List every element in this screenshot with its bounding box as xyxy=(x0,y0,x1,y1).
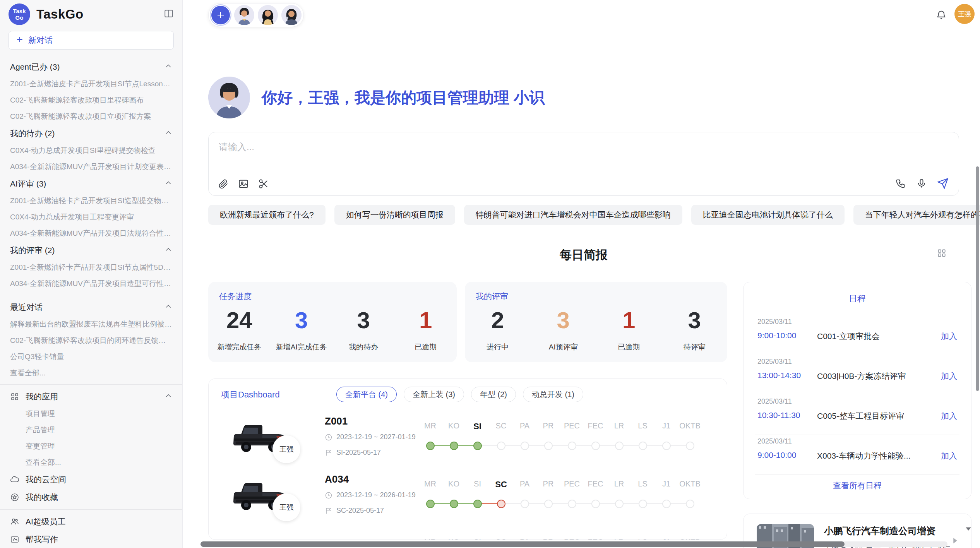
event-join-link[interactable]: 加入 xyxy=(941,411,957,421)
suggestion-chip[interactable]: 如何写一份清晰的项目周报 xyxy=(334,205,455,225)
sidebar-task-item[interactable]: Z001-全新燃油轻卡产品开发项目SI造型提交物评审 xyxy=(0,193,182,209)
milestone-node[interactable]: LS xyxy=(631,480,654,517)
milestone-node[interactable]: PA xyxy=(513,480,536,517)
sidebar-link[interactable]: 我的收藏 xyxy=(0,488,182,506)
view-all-schedule-link[interactable]: 查看所有日程 xyxy=(744,480,971,491)
chevron-up-icon[interactable] xyxy=(164,129,172,139)
milestone-node[interactable]: PEC xyxy=(560,480,584,517)
recent-chat-item[interactable]: C02-飞腾新能源轻客改款项目的闭环通告反馈情况 xyxy=(0,332,182,349)
milestone-node[interactable]: PR xyxy=(536,421,560,459)
milestone-dot[interactable] xyxy=(615,442,624,450)
attachment-icon[interactable] xyxy=(218,178,229,189)
milestone-node[interactable]: KO xyxy=(442,480,466,517)
dashboard-filter-pill[interactable]: 全新平台 (4) xyxy=(336,387,397,402)
agent-avatar-3[interactable] xyxy=(281,5,302,25)
milestone-node[interactable]: SC xyxy=(489,538,513,540)
milestone-node[interactable]: SI xyxy=(466,421,489,459)
milestone-node[interactable]: PR xyxy=(536,480,560,517)
milestone-dot[interactable] xyxy=(686,500,694,508)
milestone-dot[interactable] xyxy=(521,500,529,508)
project-row[interactable]: 王强A0342023-12-19 ~ 2026-01-19SC-2025-05-… xyxy=(209,469,727,527)
milestone-dot[interactable] xyxy=(426,500,435,508)
project-row[interactable]: MRKOSISCPAPRPECFECLRLSJ1OKTB xyxy=(209,527,727,540)
image-icon[interactable] xyxy=(238,178,249,189)
sidebar-task-item[interactable]: A034-全新新能源MUV产品开发项目造型可行性评审 xyxy=(0,276,182,292)
milestone-dot[interactable] xyxy=(497,500,505,508)
user-avatar[interactable]: 王强 xyxy=(954,4,975,24)
sidebar-task-item[interactable]: Z001-全新燃油皮卡产品开发项目SI节点Lesson Learn报告 xyxy=(0,76,182,92)
milestone-dot[interactable] xyxy=(568,442,576,450)
milestone-dot[interactable] xyxy=(568,500,576,508)
milestone-node[interactable]: KO xyxy=(442,421,466,459)
recent-view-all-link[interactable]: 查看全部... xyxy=(0,365,182,381)
milestone-node[interactable]: LR xyxy=(607,421,631,459)
milestone-node[interactable]: SC xyxy=(489,421,513,459)
horizontal-scrollbar-thumb[interactable] xyxy=(200,541,845,547)
milestone-dot[interactable] xyxy=(639,442,647,450)
agent-avatar-1[interactable] xyxy=(234,5,254,25)
suggestion-chip[interactable]: 特朗普可能对进口汽车增税会对中国车企造成哪些影响 xyxy=(464,205,682,225)
milestone-dot[interactable] xyxy=(615,500,624,508)
suggestion-chip[interactable]: 比亚迪全固态电池计划具体说了什么 xyxy=(691,205,845,225)
app-menu-item[interactable]: 项目管理 xyxy=(0,406,182,422)
vertical-scrollbar-thumb[interactable] xyxy=(976,166,979,391)
recent-chat-item[interactable]: 公司Q3轻卡销量 xyxy=(0,349,182,365)
chevron-up-icon[interactable] xyxy=(164,62,172,72)
milestone-dot[interactable] xyxy=(450,500,458,508)
sidebar-apps-header[interactable]: 我的应用 xyxy=(0,388,182,406)
event-join-link[interactable]: 加入 xyxy=(941,450,957,461)
milestone-node[interactable]: PEC xyxy=(560,538,584,540)
milestone-node[interactable]: LR xyxy=(607,538,631,540)
milestone-dot[interactable] xyxy=(426,442,435,450)
milestone-node[interactable]: J1 xyxy=(654,480,678,517)
scissors-icon[interactable] xyxy=(258,178,269,189)
chevron-up-icon[interactable] xyxy=(164,392,172,402)
schedule-event[interactable]: 2025/03/119:00-10:00C001-立项审批会加入 xyxy=(744,315,971,355)
sidebar-recent-header[interactable]: 最近对话 xyxy=(0,298,182,316)
sidebar-task-item[interactable]: A034-全新新能源MUV产品开发项目计划变更表编写 xyxy=(0,159,182,175)
milestone-dot[interactable] xyxy=(544,500,553,508)
microphone-icon[interactable] xyxy=(916,178,927,189)
milestone-node[interactable]: PR xyxy=(536,538,560,540)
milestone-node[interactable]: LS xyxy=(631,421,654,459)
sidebar-task-item[interactable]: C0X4-动力总成开发项目SI里程碑提交物检查 xyxy=(0,142,182,159)
milestone-node[interactable]: PA xyxy=(513,421,536,459)
milestone-node[interactable]: PEC xyxy=(560,421,584,459)
milestone-node[interactable]: PA xyxy=(513,538,536,540)
event-join-link[interactable]: 加入 xyxy=(941,331,957,342)
milestone-node[interactable]: FEC xyxy=(584,538,607,540)
milestone-dot[interactable] xyxy=(497,442,505,450)
apps-view-all-link[interactable]: 查看全部... xyxy=(0,454,182,471)
milestone-dot[interactable] xyxy=(473,500,482,508)
milestone-node[interactable]: SI xyxy=(466,538,489,540)
sidebar-group-header[interactable]: AI评审 (3) xyxy=(0,175,182,193)
dashboard-filter-pill[interactable]: 动总开发 (1) xyxy=(523,387,583,402)
notifications-bell-icon[interactable] xyxy=(936,9,947,22)
sidebar-link[interactable]: 我的云空间 xyxy=(0,471,182,488)
scroll-right-icon[interactable] xyxy=(951,536,959,546)
agent-avatar-2[interactable] xyxy=(258,5,278,25)
new-chat-button[interactable]: 新对话 xyxy=(9,31,174,50)
sidebar-task-item[interactable]: C02-飞腾新能源轻客改款项目立项汇报方案 xyxy=(0,108,182,125)
event-join-link[interactable]: 加入 xyxy=(941,371,957,382)
milestone-dot[interactable] xyxy=(686,442,694,450)
sidebar-group-header[interactable]: 我的评审 (2) xyxy=(0,241,182,259)
sidebar-tool[interactable]: 帮我写作 xyxy=(0,531,182,548)
collapse-sidebar-icon[interactable] xyxy=(164,9,174,20)
dashboard-filter-pill[interactable]: 全新上装 (3) xyxy=(404,387,464,402)
milestone-dot[interactable] xyxy=(544,442,553,450)
milestone-node[interactable]: MR xyxy=(418,480,442,517)
chat-input[interactable] xyxy=(219,141,946,172)
chevron-up-icon[interactable] xyxy=(164,246,172,255)
sidebar-group-header[interactable]: Agent已办 (3) xyxy=(0,58,182,76)
project-row[interactable]: 王强Z0012023-12-19 ~ 2027-01-19SI-2025-05-… xyxy=(209,411,727,469)
milestone-node[interactable]: MR xyxy=(418,421,442,459)
milestone-dot[interactable] xyxy=(591,500,600,508)
milestone-node[interactable]: KO xyxy=(442,538,466,540)
milestone-node[interactable]: LS xyxy=(631,538,654,540)
milestone-dot[interactable] xyxy=(662,500,671,508)
milestone-node[interactable]: MR xyxy=(418,538,442,540)
add-agent-button[interactable] xyxy=(211,5,231,25)
milestone-node[interactable]: SI xyxy=(466,480,489,517)
milestone-node[interactable]: OKTB xyxy=(678,538,702,540)
